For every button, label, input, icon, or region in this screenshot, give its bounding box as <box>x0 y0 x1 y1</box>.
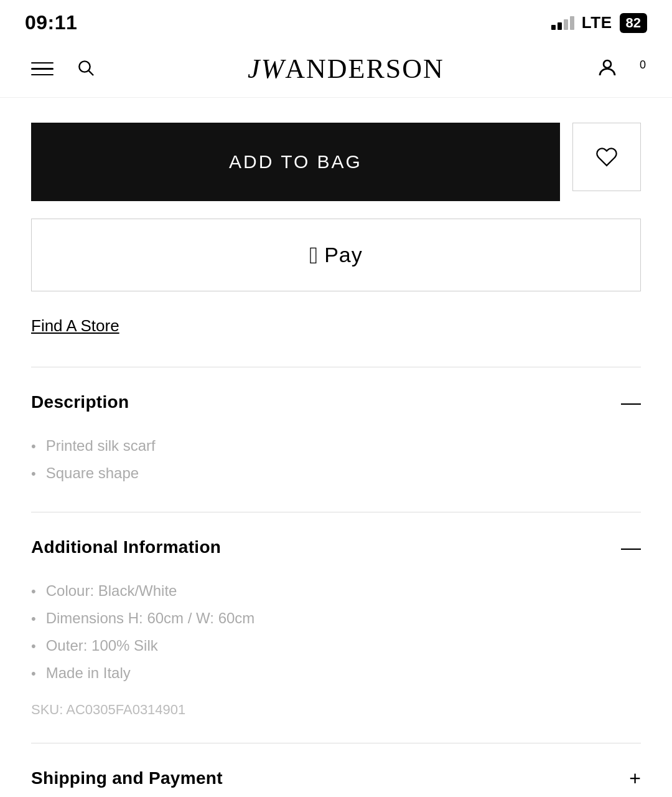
shipping-payment-accordion-header[interactable]: Shipping and Payment + <box>31 768 641 788</box>
navbar-left <box>31 58 96 80</box>
add-to-bag-row: ADD TO BAG <box>31 123 641 201</box>
list-item: Outer: 100% Silk <box>31 632 641 659</box>
additional-info-section: Additional Information — Colour: Black/W… <box>31 512 641 743</box>
status-icons: LTE 82 <box>551 13 647 33</box>
status-time: 09:11 <box>25 11 77 34</box>
list-item: Printed silk scarf <box>31 432 641 460</box>
battery-level: 82 <box>620 13 647 33</box>
wishlist-button[interactable] <box>572 123 641 191</box>
hamburger-menu-icon[interactable] <box>31 62 54 76</box>
shipping-payment-expand-icon: + <box>629 768 641 788</box>
navbar: JWANDERSON 0 <box>0 40 672 98</box>
find-store-link[interactable]: Find A Store <box>31 316 119 336</box>
additional-info-body: Colour: Black/White Dimensions H: 60cm /… <box>31 577 641 718</box>
account-icon[interactable] <box>596 57 618 82</box>
status-bar: 09:11 LTE 82 <box>0 0 672 40</box>
bag-count: 0 <box>640 59 646 72</box>
svg-line-1 <box>89 70 93 75</box>
description-collapse-icon: — <box>621 392 641 412</box>
list-item: Made in Italy <box>31 659 641 687</box>
additional-info-title: Additional Information <box>31 537 221 557</box>
list-item: Square shape <box>31 460 641 487</box>
description-body: Printed silk scarf Square shape <box>31 432 641 487</box>
heart-icon <box>595 146 618 168</box>
additional-info-accordion-header[interactable]: Additional Information — <box>31 537 641 557</box>
additional-info-collapse-icon: — <box>621 537 641 557</box>
battery-icon: 82 <box>620 13 647 33</box>
additional-info-list: Colour: Black/White Dimensions H: 60cm /… <box>31 577 641 687</box>
description-accordion-header[interactable]: Description — <box>31 392 641 412</box>
navbar-right: 0 <box>596 57 641 82</box>
apple-pay-button[interactable]:  Pay <box>31 219 641 291</box>
description-list: Printed silk scarf Square shape <box>31 432 641 487</box>
list-item: Dimensions H: 60cm / W: 60cm <box>31 605 641 632</box>
description-title: Description <box>31 392 129 412</box>
svg-point-2 <box>604 60 611 68</box>
add-to-bag-button[interactable]: ADD TO BAG <box>31 123 560 201</box>
shipping-payment-title: Shipping and Payment <box>31 768 223 788</box>
signal-bars-icon <box>551 16 574 30</box>
main-content: ADD TO BAG  Pay Find A Store Descriptio… <box>0 98 672 797</box>
lte-label: LTE <box>582 13 612 32</box>
sku-text: SKU: AC0305FA0314901 <box>31 702 641 718</box>
description-section: Description — Printed silk scarf Square … <box>31 367 641 512</box>
brand-logo[interactable]: JWANDERSON <box>248 53 444 85</box>
apple-pay-label: Pay <box>324 243 363 267</box>
search-icon[interactable] <box>76 58 96 80</box>
apple-logo-icon:  <box>309 243 318 267</box>
shipping-payment-section: Shipping and Payment + <box>31 743 641 797</box>
list-item: Colour: Black/White <box>31 577 641 605</box>
svg-point-0 <box>79 61 90 72</box>
